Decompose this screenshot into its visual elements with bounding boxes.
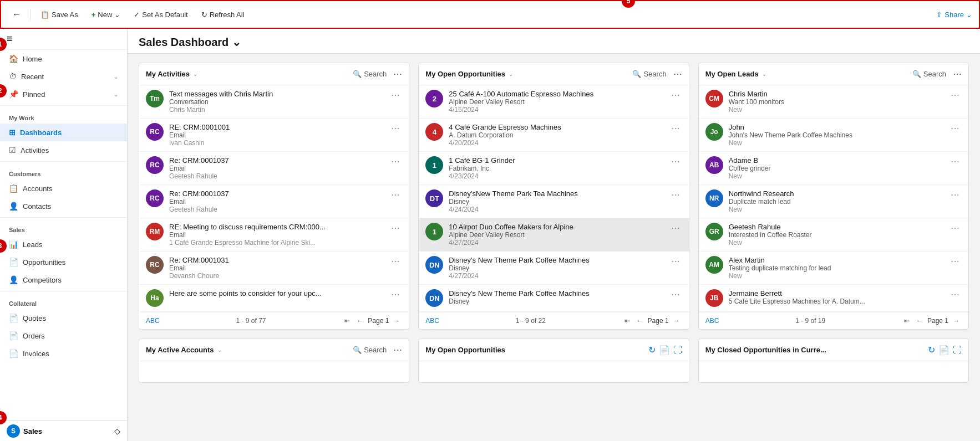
active-accounts-search[interactable]: 🔍 Search bbox=[353, 346, 387, 354]
list-item[interactable]: 1 1 Café BG-1 Grinder Fabrikam, Inc. 4/2… bbox=[419, 152, 688, 185]
active-accounts-menu-icon[interactable]: ⋯ bbox=[393, 345, 402, 355]
new-button[interactable]: + New ⌄ bbox=[86, 7, 126, 22]
item-more-icon[interactable]: ⋯ bbox=[669, 156, 682, 167]
sidebar-item-invoices[interactable]: 📄 Invoices bbox=[0, 345, 127, 362]
list-item[interactable]: DT Disney'sNew Theme Park Tea Machines D… bbox=[419, 185, 688, 218]
item-more-icon[interactable]: ⋯ bbox=[669, 90, 682, 100]
opportunities-title[interactable]: My Open Opportunities bbox=[425, 70, 505, 78]
sidebar-item-leads[interactable]: 📊 Leads bbox=[0, 235, 127, 253]
item-more-icon[interactable]: ⋯ bbox=[389, 90, 402, 100]
item-more-icon[interactable]: ⋯ bbox=[948, 123, 962, 134]
item-more-icon[interactable]: ⋯ bbox=[948, 289, 962, 300]
sidebar-item-accounts[interactable]: 📋 Accounts bbox=[0, 180, 127, 197]
first-page-button[interactable]: ⇤ bbox=[902, 316, 912, 326]
prev-page-button[interactable]: ← bbox=[914, 316, 925, 326]
list-item[interactable]: RM RE: Meeting to discuss requirements C… bbox=[139, 218, 409, 252]
next-page-button[interactable]: → bbox=[951, 316, 962, 326]
next-page-button[interactable]: → bbox=[671, 316, 682, 326]
set-as-default-button[interactable]: ✓ Set As Default bbox=[128, 7, 193, 22]
footer-abc[interactable]: ABC bbox=[705, 317, 719, 325]
edit-icon-button[interactable]: 📄 bbox=[938, 345, 949, 355]
my-activities-title[interactable]: My Activities bbox=[146, 70, 190, 78]
list-item[interactable]: JB Jermaine Berrett 5 Café Lite Espresso… bbox=[699, 285, 968, 312]
list-item[interactable]: AM Alex Martin Testing duplicate matchin… bbox=[699, 252, 968, 285]
sidebar-item-activities[interactable]: ☑ Activities bbox=[0, 141, 127, 159]
item-title: 4 Café Grande Espresso Machines bbox=[449, 123, 663, 131]
list-item[interactable]: NR Northwind Research Duplicate match le… bbox=[699, 185, 968, 218]
save-as-button[interactable]: 📋 Save As bbox=[35, 7, 84, 22]
item-more-icon[interactable]: ⋯ bbox=[669, 189, 682, 200]
item-more-icon[interactable]: ⋯ bbox=[389, 223, 402, 233]
item-more-icon[interactable]: ⋯ bbox=[389, 123, 402, 134]
list-item[interactable]: Tm Text messages with Chris Martin Conve… bbox=[139, 85, 409, 119]
first-page-button[interactable]: ⇤ bbox=[622, 316, 632, 326]
item-more-icon[interactable]: ⋯ bbox=[669, 256, 682, 266]
list-item[interactable]: GR Geetesh Rahule Interested in Coffee R… bbox=[699, 218, 968, 252]
edit-icon-button[interactable]: 📄 bbox=[659, 345, 670, 355]
item-title: Chris Martin bbox=[729, 90, 943, 98]
dashboard-title[interactable]: Sales Dashboard ⌄ bbox=[139, 35, 241, 49]
refresh-all-button[interactable]: ↻ Refresh All bbox=[196, 7, 250, 22]
leads-menu-icon[interactable]: ⋯ bbox=[953, 69, 962, 79]
opportunities-menu-icon[interactable]: ⋯ bbox=[673, 69, 682, 79]
list-item[interactable]: AB Adame B Coffee grinder New ⋯ bbox=[699, 152, 968, 185]
sidebar-item-recent[interactable]: ⏱ Recent ⌄ bbox=[0, 68, 127, 85]
activities-menu-icon[interactable]: ⋯ bbox=[393, 69, 402, 79]
item-more-icon[interactable]: ⋯ bbox=[389, 256, 402, 266]
item-more-icon[interactable]: ⋯ bbox=[669, 123, 682, 134]
item-more-icon[interactable]: ⋯ bbox=[669, 289, 682, 300]
list-item[interactable]: 1 10 Airpot Duo Coffee Makers for Alpine… bbox=[419, 218, 688, 252]
list-item[interactable]: RC Re: CRM:0001031 Email Devansh Choure … bbox=[139, 252, 409, 285]
sidebar-bottom[interactable]: S Sales ◇ bbox=[0, 421, 127, 441]
active-accounts-title[interactable]: My Active Accounts bbox=[146, 346, 214, 354]
item-more-icon[interactable]: ⋯ bbox=[948, 90, 962, 100]
item-more-icon[interactable]: ⋯ bbox=[948, 256, 962, 266]
my-activities-search[interactable]: 🔍 Search bbox=[353, 70, 387, 78]
footer-abc[interactable]: ABC bbox=[425, 317, 439, 325]
list-item[interactable]: 2 25 Café A-100 Automatic Espresso Machi… bbox=[419, 85, 688, 119]
expand-icon-button[interactable]: ⛶ bbox=[673, 345, 682, 355]
sidebar-item-quotes[interactable]: 📄 Quotes bbox=[0, 309, 127, 327]
item-more-icon[interactable]: ⋯ bbox=[948, 189, 962, 200]
list-item[interactable]: RC RE: CRM:0001001 Email Ivan Cashin ⋯ bbox=[139, 119, 409, 152]
list-item[interactable]: Jo John John's New Theme Park Coffee Mac… bbox=[699, 119, 968, 152]
list-item[interactable]: 4 4 Café Grande Espresso Machines A. Dat… bbox=[419, 119, 688, 152]
item-more-icon[interactable]: ⋯ bbox=[389, 156, 402, 167]
item-more-icon[interactable]: ⋯ bbox=[948, 156, 962, 167]
list-item[interactable]: DN Disney's New Theme Park Coffee Machin… bbox=[419, 252, 688, 285]
sales-section: Sales bbox=[0, 220, 127, 235]
footer-abc[interactable]: ABC bbox=[146, 317, 160, 325]
refresh-icon-button[interactable]: ↻ bbox=[928, 345, 935, 355]
prev-page-button[interactable]: ← bbox=[634, 316, 646, 326]
prev-page-button[interactable]: ← bbox=[354, 316, 365, 326]
item-text: Adame B Coffee grinder New bbox=[729, 156, 943, 180]
sidebar-item-pinned[interactable]: 📌 Pinned ⌄ bbox=[0, 85, 127, 103]
sidebar-item-orders[interactable]: 📄 Orders bbox=[0, 327, 127, 345]
list-item[interactable]: CM Chris Martin Want 100 monitors New ⋯ bbox=[699, 85, 968, 119]
sidebar-item-opportunities[interactable]: 📄 Opportunities bbox=[0, 253, 127, 271]
closed-opp-title[interactable]: My Closed Opportunities in Curre... bbox=[705, 346, 826, 354]
sidebar-item-competitors[interactable]: 👤 Competitors bbox=[0, 271, 127, 289]
first-page-button[interactable]: ⇤ bbox=[342, 316, 352, 326]
list-item[interactable]: Ha Here are some points to consider for … bbox=[139, 285, 409, 312]
list-item[interactable]: RC Re: CRM:0001037 Email Geetesh Rahule … bbox=[139, 185, 409, 218]
sidebar-item-dashboards[interactable]: ⊞ Dashboards bbox=[0, 124, 127, 141]
hamburger-menu[interactable]: ≡ bbox=[7, 33, 13, 45]
leads-search[interactable]: 🔍 Search bbox=[912, 70, 946, 78]
share-button[interactable]: ⇧ Share ⌄ bbox=[936, 11, 972, 19]
item-more-icon[interactable]: ⋯ bbox=[669, 223, 682, 233]
item-more-icon[interactable]: ⋯ bbox=[389, 289, 402, 300]
list-item[interactable]: DN Disney's New Theme Park Coffee Machin… bbox=[419, 285, 688, 312]
item-more-icon[interactable]: ⋯ bbox=[389, 189, 402, 200]
sidebar-item-contacts[interactable]: 👤 Contacts bbox=[0, 197, 127, 215]
back-button[interactable]: ← bbox=[8, 7, 26, 22]
list-item[interactable]: RC Re: CRM:0001037 Email Geetesh Rahule … bbox=[139, 152, 409, 185]
sidebar-item-home[interactable]: 🏠 Home bbox=[0, 50, 127, 68]
item-more-icon[interactable]: ⋯ bbox=[948, 223, 962, 233]
expand-icon-button[interactable]: ⛶ bbox=[953, 345, 962, 355]
opportunities-search[interactable]: 🔍 Search bbox=[632, 70, 666, 78]
refresh-icon-button[interactable]: ↻ bbox=[648, 345, 656, 355]
next-page-button[interactable]: → bbox=[391, 316, 402, 326]
opp-bottom-title[interactable]: My Open Opportunities bbox=[425, 346, 505, 354]
leads-title[interactable]: My Open Leads bbox=[705, 70, 759, 78]
